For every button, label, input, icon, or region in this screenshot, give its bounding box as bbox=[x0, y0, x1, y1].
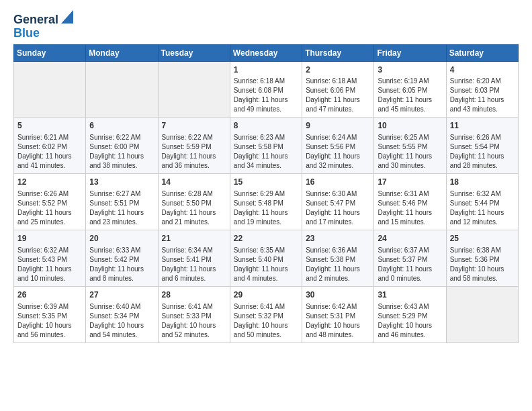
day-info: Sunrise: 6:22 AM bbox=[162, 133, 226, 142]
day-info: and 49 minutes. bbox=[234, 105, 298, 114]
day-info: Sunrise: 6:26 AM bbox=[17, 189, 82, 199]
day-info: Daylight: 11 hours bbox=[378, 95, 442, 105]
day-info: Daylight: 11 hours bbox=[162, 152, 226, 161]
day-info: Sunrise: 6:21 AM bbox=[17, 133, 82, 142]
day-number: 24 bbox=[378, 233, 442, 244]
calendar-cell: 14Sunrise: 6:28 AMSunset: 5:50 PMDayligh… bbox=[158, 174, 230, 230]
calendar-cell: 23Sunrise: 6:36 AMSunset: 5:38 PMDayligh… bbox=[302, 230, 374, 286]
day-info: Sunrise: 6:35 AM bbox=[234, 246, 298, 255]
day-info: Sunrise: 6:41 AM bbox=[234, 302, 298, 312]
day-info: Sunrise: 6:34 AM bbox=[162, 246, 226, 255]
day-number: 7 bbox=[162, 120, 226, 132]
day-info: Daylight: 10 hours bbox=[234, 321, 298, 330]
day-number: 2 bbox=[306, 64, 370, 76]
day-info: Daylight: 11 hours bbox=[306, 265, 370, 274]
day-info: Sunrise: 6:28 AM bbox=[162, 189, 226, 199]
day-info: Daylight: 11 hours bbox=[234, 152, 298, 161]
page-container: General Blue SundayMondayTuesdayWednesda… bbox=[0, 0, 532, 350]
day-number: 9 bbox=[306, 120, 370, 132]
day-info: and 25 minutes. bbox=[17, 218, 82, 227]
day-info: and 47 minutes. bbox=[306, 105, 370, 114]
calendar-cell: 15Sunrise: 6:29 AMSunset: 5:48 PMDayligh… bbox=[230, 174, 302, 230]
day-info: Sunset: 5:47 PM bbox=[306, 199, 370, 208]
day-info: Sunset: 5:44 PM bbox=[450, 199, 515, 208]
day-info: Daylight: 11 hours bbox=[162, 208, 226, 218]
day-number: 1 bbox=[234, 64, 298, 76]
calendar-cell bbox=[446, 286, 518, 342]
day-number: 6 bbox=[89, 120, 154, 132]
day-info: Sunrise: 6:39 AM bbox=[17, 302, 82, 312]
day-info: Daylight: 11 hours bbox=[89, 265, 154, 274]
day-info: Sunset: 6:06 PM bbox=[306, 86, 370, 95]
day-info: Sunrise: 6:33 AM bbox=[89, 246, 154, 255]
day-info: Daylight: 11 hours bbox=[17, 265, 82, 274]
day-number: 13 bbox=[89, 177, 154, 188]
calendar-cell: 17Sunrise: 6:31 AMSunset: 5:46 PMDayligh… bbox=[374, 174, 446, 230]
day-info: Sunset: 5:55 PM bbox=[378, 142, 442, 152]
day-info: and 36 minutes. bbox=[162, 161, 226, 171]
calendar-cell: 29Sunrise: 6:41 AMSunset: 5:32 PMDayligh… bbox=[230, 286, 302, 342]
calendar-day-header: Sunday bbox=[14, 44, 86, 61]
calendar-cell: 25Sunrise: 6:38 AMSunset: 5:36 PMDayligh… bbox=[446, 230, 518, 286]
day-info: Daylight: 10 hours bbox=[89, 321, 154, 330]
calendar-cell: 2Sunrise: 6:18 AMSunset: 6:06 PMDaylight… bbox=[302, 61, 374, 118]
day-number: 27 bbox=[89, 289, 154, 301]
day-info: Sunset: 5:50 PM bbox=[162, 199, 226, 208]
day-number: 28 bbox=[162, 289, 226, 301]
day-info: Sunset: 5:36 PM bbox=[450, 255, 515, 265]
day-info: and 32 minutes. bbox=[306, 161, 370, 171]
day-info: Sunrise: 6:18 AM bbox=[306, 77, 370, 86]
calendar-cell: 13Sunrise: 6:27 AMSunset: 5:51 PMDayligh… bbox=[86, 174, 158, 230]
day-info: Daylight: 10 hours bbox=[306, 321, 370, 330]
day-info: and 46 minutes. bbox=[378, 330, 442, 340]
calendar-day-header: Monday bbox=[86, 44, 158, 61]
calendar-day-header: Friday bbox=[374, 44, 446, 61]
day-number: 8 bbox=[234, 120, 298, 132]
day-info: Sunset: 5:35 PM bbox=[17, 312, 82, 321]
day-info: and 15 minutes. bbox=[378, 218, 442, 227]
calendar-header-row: SundayMondayTuesdayWednesdayThursdayFrid… bbox=[14, 44, 519, 61]
calendar-cell: 26Sunrise: 6:39 AMSunset: 5:35 PMDayligh… bbox=[14, 286, 86, 342]
calendar-week-row: 26Sunrise: 6:39 AMSunset: 5:35 PMDayligh… bbox=[14, 286, 519, 342]
calendar-cell: 1Sunrise: 6:18 AMSunset: 6:08 PMDaylight… bbox=[230, 61, 302, 118]
calendar-week-row: 12Sunrise: 6:26 AMSunset: 5:52 PMDayligh… bbox=[14, 174, 519, 230]
calendar-cell: 12Sunrise: 6:26 AMSunset: 5:52 PMDayligh… bbox=[14, 174, 86, 230]
day-info: Sunrise: 6:25 AM bbox=[378, 133, 442, 142]
logo-text-general: General bbox=[13, 13, 58, 27]
day-info: and 48 minutes. bbox=[306, 330, 370, 340]
day-number: 21 bbox=[162, 233, 226, 244]
calendar-cell bbox=[86, 61, 158, 118]
day-info: and 45 minutes. bbox=[378, 105, 442, 114]
day-info: Sunset: 5:59 PM bbox=[162, 142, 226, 152]
calendar-cell: 16Sunrise: 6:30 AMSunset: 5:47 PMDayligh… bbox=[302, 174, 374, 230]
day-number: 12 bbox=[17, 177, 82, 188]
day-info: Sunset: 5:33 PM bbox=[162, 312, 226, 321]
day-info: Sunset: 6:08 PM bbox=[234, 86, 298, 95]
calendar-cell: 3Sunrise: 6:19 AMSunset: 6:05 PMDaylight… bbox=[374, 61, 446, 118]
day-info: Daylight: 11 hours bbox=[234, 208, 298, 218]
day-info: and 52 minutes. bbox=[162, 330, 226, 340]
calendar-cell: 7Sunrise: 6:22 AMSunset: 5:59 PMDaylight… bbox=[158, 118, 230, 174]
day-info: Daylight: 10 hours bbox=[378, 321, 442, 330]
day-info: Daylight: 11 hours bbox=[450, 208, 515, 218]
day-info: Daylight: 11 hours bbox=[306, 208, 370, 218]
calendar-day-header: Tuesday bbox=[158, 44, 230, 61]
logo-text-blue: Blue bbox=[13, 27, 40, 40]
day-info: Daylight: 11 hours bbox=[306, 152, 370, 161]
day-info: Sunrise: 6:27 AM bbox=[89, 189, 154, 199]
day-info: Daylight: 11 hours bbox=[306, 95, 370, 105]
day-number: 5 bbox=[17, 120, 82, 132]
day-info: Daylight: 10 hours bbox=[17, 321, 82, 330]
day-number: 14 bbox=[162, 177, 226, 188]
day-info: Daylight: 11 hours bbox=[234, 265, 298, 274]
day-info: Sunrise: 6:41 AM bbox=[162, 302, 226, 312]
day-info: and 56 minutes. bbox=[17, 330, 82, 340]
calendar-cell: 18Sunrise: 6:32 AMSunset: 5:44 PMDayligh… bbox=[446, 174, 518, 230]
day-number: 15 bbox=[234, 177, 298, 188]
day-info: Sunset: 5:34 PM bbox=[89, 312, 154, 321]
day-info: Sunrise: 6:31 AM bbox=[378, 189, 442, 199]
day-number: 11 bbox=[450, 120, 515, 132]
day-info: Sunset: 5:40 PM bbox=[234, 255, 298, 265]
calendar-cell: 20Sunrise: 6:33 AMSunset: 5:42 PMDayligh… bbox=[86, 230, 158, 286]
day-info: Daylight: 11 hours bbox=[378, 265, 442, 274]
